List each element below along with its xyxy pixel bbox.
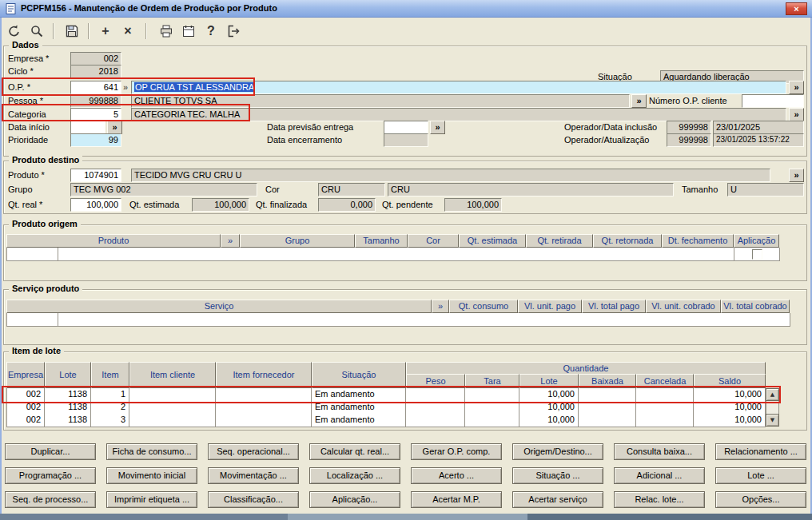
row2-tara[interactable]	[465, 401, 519, 415]
op-zoom-button[interactable]: »	[789, 81, 804, 94]
save-button[interactable]	[62, 22, 82, 41]
consulta-baixa-button[interactable]: Consulta baixa...	[614, 443, 705, 460]
data-inicio-field[interactable]	[70, 121, 105, 134]
row3-item-fornecedor[interactable]	[216, 414, 312, 427]
row1-lote-qt[interactable]: 10,000	[519, 388, 579, 402]
ficha-consumo-button[interactable]: Ficha de consumo...	[106, 443, 197, 460]
scroll-down-button[interactable]: ▼	[766, 414, 779, 427]
acertar-servico-button[interactable]: Acertar serviço	[512, 491, 603, 508]
categoria-zoom-button[interactable]: »	[789, 108, 804, 121]
row1-tara[interactable]	[465, 388, 519, 402]
row1-baixada[interactable]	[579, 388, 636, 402]
row3-empresa[interactable]: 002	[6, 414, 45, 427]
help-button[interactable]: ?	[201, 22, 221, 41]
data-inicio-zoom-button[interactable]: »	[107, 121, 122, 134]
produto-field[interactable]: 1074901	[70, 169, 121, 182]
seq-processo-button[interactable]: Seq. de processo...	[5, 491, 96, 508]
print-button[interactable]	[157, 22, 176, 41]
data-previsao-field[interactable]	[384, 121, 428, 134]
row1-item-fornecedor[interactable]	[216, 388, 312, 402]
aplicacao-cell[interactable]	[734, 248, 780, 261]
exit-button[interactable]	[224, 22, 243, 41]
adicional-button[interactable]: Adicional ...	[614, 467, 705, 484]
row2-empresa[interactable]: 002	[6, 401, 45, 415]
classificacao-button[interactable]: Classificação...	[208, 491, 299, 508]
row2-item-fornecedor[interactable]	[216, 401, 312, 415]
row3-item-cliente[interactable]	[129, 414, 216, 427]
delete-button[interactable]: ×	[118, 22, 137, 41]
aplicacao-button[interactable]: Aplicação...	[309, 491, 400, 508]
row1-item[interactable]: 1	[91, 388, 129, 402]
empty-cell[interactable]	[7, 248, 58, 261]
col-header-zoom[interactable]: »	[432, 300, 449, 313]
add-button[interactable]: +	[96, 22, 115, 41]
col-header-zoom[interactable]: »	[221, 234, 240, 248]
servico-produto-empty-row[interactable]	[6, 313, 790, 327]
row3-baixada[interactable]	[579, 414, 636, 427]
calendar-button[interactable]	[179, 22, 198, 41]
row2-peso[interactable]	[406, 401, 465, 415]
row3-tara[interactable]	[465, 414, 519, 427]
close-button[interactable]: ×	[786, 2, 807, 15]
calcular-qt-real-button[interactable]: Calcular qt. real...	[309, 443, 400, 460]
row3-cancelada[interactable]	[636, 414, 694, 427]
empty-cell[interactable]	[58, 248, 734, 261]
title-bar[interactable]: PCPFM156 - Manutenção de Ordem de Produç…	[0, 0, 812, 18]
row2-situacao[interactable]: Em andamento	[312, 401, 406, 415]
pessoa-zoom-button[interactable]: »	[631, 94, 647, 108]
gerar-op-comp-button[interactable]: Gerar O.P. comp.	[411, 443, 502, 460]
row1-cancelada[interactable]	[636, 388, 694, 402]
movimento-inicial-button[interactable]: Movimento inicial	[106, 467, 197, 484]
numero-op-cliente-field[interactable]	[742, 94, 804, 108]
acerto-button[interactable]: Acerto ...	[411, 467, 502, 484]
acertar-mp-button[interactable]: Acertar M.P.	[411, 491, 502, 508]
row2-baixada[interactable]	[579, 401, 636, 415]
row2-item[interactable]: 2	[91, 401, 129, 415]
row3-peso[interactable]	[406, 414, 465, 427]
produto-zoom-button[interactable]: »	[789, 169, 804, 182]
relac-lote-button[interactable]: Relac. lote...	[614, 491, 705, 508]
empty-cell[interactable]	[7, 313, 58, 327]
situacao-button[interactable]: Situação ...	[512, 467, 603, 484]
undo-button[interactable]	[5, 22, 24, 41]
row2-lote-qt[interactable]: 10,000	[519, 401, 579, 415]
scroll-up-button[interactable]: ▲	[766, 388, 779, 401]
row1-empresa[interactable]: 002	[6, 388, 45, 402]
row2-item-cliente[interactable]	[129, 401, 216, 415]
produto-origem-empty-row[interactable]	[6, 248, 780, 261]
search-button[interactable]	[27, 22, 46, 41]
origem-destino-button[interactable]: Origem/Destino...	[512, 443, 603, 460]
row1-lote[interactable]: 1138	[45, 388, 91, 402]
row1-item-cliente[interactable]	[129, 388, 216, 402]
empty-cell[interactable]	[58, 313, 790, 327]
op-description-field[interactable]: OP CRUA TST ALESSANDRA	[131, 81, 786, 94]
qt-real-field[interactable]: 100,000	[70, 198, 121, 212]
row1-saldo[interactable]: 10,000	[694, 388, 766, 402]
row3-situacao[interactable]: Em andamento	[312, 414, 406, 427]
row3-lote-qt[interactable]: 10,000	[519, 414, 579, 427]
duplicar-button[interactable]: Duplicar...	[5, 443, 96, 460]
row2-cancelada[interactable]	[636, 401, 694, 415]
row3-item[interactable]: 3	[91, 414, 129, 427]
opcoes-button[interactable]: Opções...	[715, 491, 806, 508]
relacionamento-button[interactable]: Relacionamento ...	[715, 443, 806, 460]
prioridade-field[interactable]: 99	[70, 133, 121, 147]
localizacao-button[interactable]: Localização ...	[309, 467, 400, 484]
data-previsao-zoom-button[interactable]: »	[430, 121, 445, 134]
seq-operacional-button[interactable]: Seq. operacional...	[208, 443, 299, 460]
lote-button[interactable]: Lote ...	[715, 467, 806, 484]
row1-situacao[interactable]: Em andamento	[312, 388, 406, 402]
row3-lote[interactable]: 1138	[45, 414, 91, 427]
row2-saldo[interactable]: 10,000	[694, 401, 766, 415]
row3-saldo[interactable]: 10,000	[694, 414, 766, 427]
op-inline-zoom-icon[interactable]: »	[123, 82, 128, 92]
op-field[interactable]: 641	[70, 81, 121, 94]
movimentacao-button[interactable]: Movimentação ...	[208, 467, 299, 484]
scrollbar-track[interactable]	[766, 401, 779, 414]
programacao-button[interactable]: Programação ...	[5, 467, 96, 484]
categoria-field[interactable]: 5	[70, 108, 121, 121]
aplicacao-checkbox[interactable]	[752, 249, 762, 260]
row1-peso[interactable]	[406, 388, 465, 402]
row2-lote[interactable]: 1138	[45, 401, 91, 415]
imprimir-etiqueta-button[interactable]: Imprimir etiqueta ...	[106, 491, 197, 508]
